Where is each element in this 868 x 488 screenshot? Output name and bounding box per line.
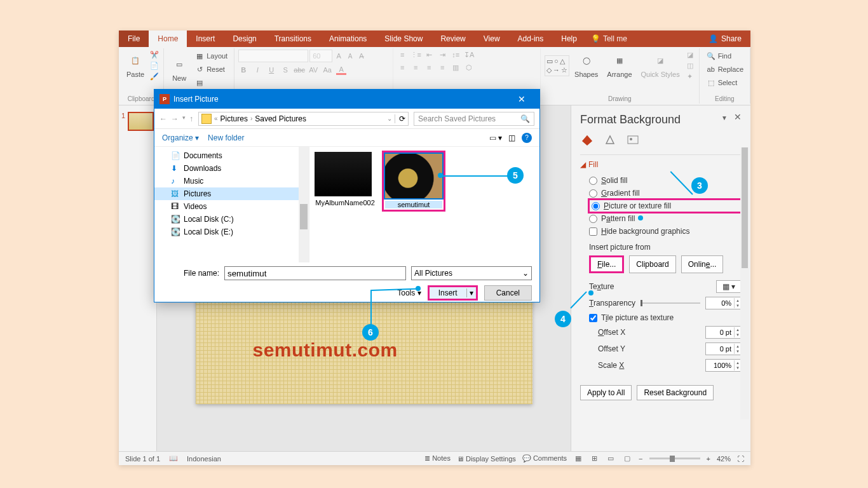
- shapes-button[interactable]: ◯Shapes: [571, 51, 602, 81]
- slideshow-view-icon[interactable]: ▢: [622, 454, 632, 463]
- picture-texture-fill-radio[interactable]: Picture or texture fill: [589, 200, 742, 212]
- newfolder-button[interactable]: New folder: [208, 133, 244, 142]
- share-button[interactable]: 👤 Share: [700, 30, 750, 47]
- font-name-combo[interactable]: [238, 50, 308, 62]
- zoom-value[interactable]: 42%: [717, 455, 731, 463]
- paste-button[interactable]: 📋 Paste: [123, 51, 148, 81]
- pane-options-dropdown[interactable]: ▼: [721, 114, 728, 121]
- tab-view[interactable]: View: [475, 30, 509, 47]
- tree-documents[interactable]: 📄Documents: [154, 149, 309, 162]
- shape-outline-icon[interactable]: ◫: [685, 60, 695, 71]
- thumbnail-1[interactable]: 1: [121, 112, 154, 131]
- filename-input[interactable]: [224, 266, 406, 280]
- tree-scrollbar[interactable]: [299, 147, 309, 262]
- tab-help[interactable]: Help: [552, 30, 586, 47]
- zoom-out-icon[interactable]: −: [639, 455, 642, 463]
- shape-effects-icon[interactable]: ✦: [685, 71, 695, 81]
- clipboard-button[interactable]: Clipboard: [629, 255, 675, 273]
- breadcrumb[interactable]: « Pictures › Saved Pictures ⌄ ⟳: [198, 112, 409, 126]
- format-painter-icon[interactable]: 🖌️: [149, 71, 159, 81]
- font-color-icon[interactable]: A: [336, 65, 346, 75]
- help-icon[interactable]: ?: [522, 133, 532, 143]
- cancel-button[interactable]: Cancel: [484, 285, 532, 301]
- tile-check[interactable]: Tile picture as texture: [589, 311, 742, 324]
- spacing-icon[interactable]: AV: [308, 65, 318, 75]
- find-button[interactable]: 🔍Find: [703, 50, 746, 62]
- texture-picker[interactable]: ▦ ▾: [716, 280, 742, 293]
- pane-scrollbar[interactable]: [740, 147, 749, 419]
- pattern-fill-radio[interactable]: Pattern fill: [589, 212, 742, 225]
- arrange-button[interactable]: ▦Arrange: [603, 51, 635, 81]
- language-indicator[interactable]: Indonesian: [187, 455, 221, 463]
- preview-pane-button[interactable]: ◫: [508, 133, 515, 142]
- spellcheck-icon[interactable]: 📖: [169, 454, 178, 463]
- picture-tab-icon[interactable]: [626, 133, 640, 147]
- transparency-spinner[interactable]: ▲▼: [705, 297, 742, 309]
- breadcrumb-saved[interactable]: Saved Pictures: [255, 114, 306, 123]
- gradient-fill-radio[interactable]: Gradient fill: [589, 187, 742, 200]
- insert-split-icon[interactable]: ▾: [466, 288, 476, 297]
- scalex-spinner[interactable]: ▲▼: [705, 359, 742, 372]
- transparency-slider[interactable]: [641, 302, 700, 304]
- tab-home[interactable]: Home: [149, 30, 187, 47]
- notes-button[interactable]: ≣ Notes: [424, 454, 451, 463]
- pane-close-icon[interactable]: ✕: [734, 112, 742, 122]
- offsety-spinner[interactable]: ▲▼: [705, 342, 742, 355]
- numbering-icon[interactable]: ⋮≡: [410, 50, 421, 60]
- shrink-font-icon[interactable]: A: [345, 51, 355, 61]
- refresh-icon[interactable]: ⟳: [395, 114, 405, 123]
- offsetx-spinner[interactable]: ▲▼: [705, 326, 742, 339]
- online-button[interactable]: Online...: [681, 255, 724, 273]
- comments-button[interactable]: 💬 Comments: [522, 454, 567, 463]
- zoom-slider[interactable]: [649, 458, 700, 459]
- effects-tab-icon[interactable]: [603, 133, 617, 147]
- insert-button[interactable]: Insert ▾: [428, 285, 478, 301]
- apply-all-button[interactable]: Apply to All: [580, 385, 632, 400]
- line-spacing-icon[interactable]: ↕≡: [451, 50, 461, 60]
- tree-pictures[interactable]: 🖼Pictures: [154, 187, 309, 200]
- search-input[interactable]: Search Saved Pictures 🔍: [414, 112, 534, 126]
- nav-back-icon[interactable]: ←: [159, 114, 167, 123]
- file-button[interactable]: File...: [589, 255, 624, 273]
- zoom-in-icon[interactable]: +: [707, 455, 710, 463]
- copy-icon[interactable]: 📄: [149, 60, 159, 71]
- smartart-icon[interactable]: ⬡: [464, 62, 474, 72]
- tree-disk-c[interactable]: 💽Local Disk (C:): [154, 213, 309, 226]
- display-settings-button[interactable]: 🖥 Display Settings: [457, 455, 516, 463]
- tree-videos[interactable]: 🎞Videos: [154, 200, 309, 213]
- offsetx-value[interactable]: [706, 329, 734, 336]
- reset-bg-button[interactable]: Reset Background: [637, 385, 714, 400]
- tree-music[interactable]: ♪Music: [154, 175, 309, 187]
- grow-font-icon[interactable]: A: [334, 51, 344, 61]
- tab-design[interactable]: Design: [224, 30, 265, 47]
- select-button[interactable]: ⬚Select: [703, 76, 746, 89]
- section-button[interactable]: ▤: [192, 76, 230, 89]
- indent-dec-icon[interactable]: ⇤: [424, 50, 434, 60]
- view-mode-button[interactable]: ▭ ▾: [489, 133, 502, 142]
- nav-forward-icon[interactable]: →: [171, 114, 179, 123]
- fill-tab-icon[interactable]: [580, 133, 594, 147]
- case-icon[interactable]: Aa: [322, 65, 332, 75]
- font-size-combo[interactable]: [309, 50, 332, 62]
- file-semutimut[interactable]: semutimut: [383, 152, 444, 210]
- fill-section-header[interactable]: ◢Fill: [580, 158, 742, 172]
- clear-format-icon[interactable]: A̶: [356, 51, 367, 61]
- offsety-value[interactable]: [706, 345, 734, 353]
- solid-fill-radio[interactable]: SSolid fillolid fill: [589, 174, 742, 187]
- strike-icon[interactable]: abc: [294, 65, 304, 75]
- tab-file[interactable]: File: [119, 30, 149, 47]
- columns-icon[interactable]: ▥: [451, 62, 461, 72]
- justify-icon[interactable]: ≡: [437, 62, 447, 72]
- tab-addins[interactable]: Add-ins: [509, 30, 553, 47]
- quickstyles-button[interactable]: ◪Quick Styles: [637, 51, 684, 81]
- tab-insert[interactable]: Insert: [187, 30, 224, 47]
- indent-inc-icon[interactable]: ⇥: [437, 50, 447, 60]
- tell-me-search[interactable]: 💡 Tell me: [591, 30, 627, 47]
- shape-fill-icon[interactable]: ◪: [685, 50, 695, 60]
- align-center-icon[interactable]: ≡: [410, 62, 421, 72]
- layout-button[interactable]: ▦Layout: [192, 50, 230, 62]
- file-myalbum[interactable]: MyAlbumName002: [315, 152, 376, 207]
- align-right-icon[interactable]: ≡: [424, 62, 434, 72]
- sorter-view-icon[interactable]: ⊞: [590, 454, 599, 463]
- reading-view-icon[interactable]: ▭: [606, 454, 616, 463]
